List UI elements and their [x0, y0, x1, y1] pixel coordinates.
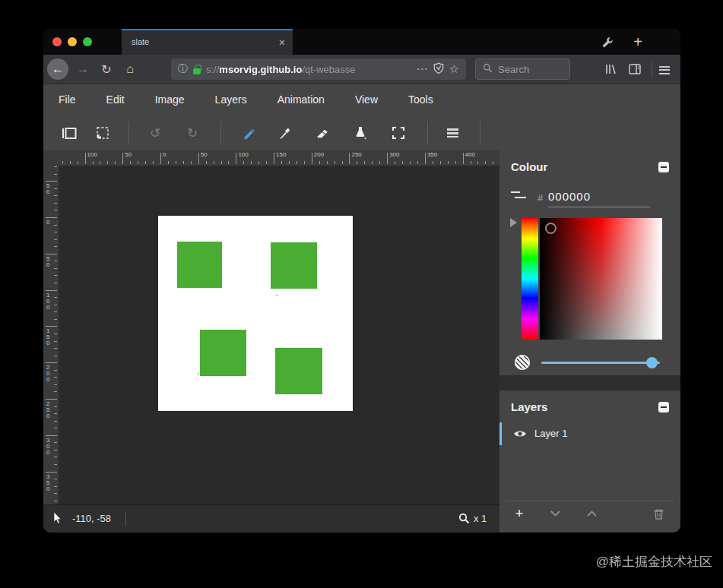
toolbar-menu-button[interactable] — [442, 122, 464, 144]
minimize-traffic-light[interactable] — [68, 37, 77, 46]
ruler-tick — [221, 161, 222, 164]
toolbar-separator — [480, 122, 480, 144]
selection-tool-button[interactable] — [92, 122, 113, 144]
ruler-vertical: 5 005 01 0 01 5 02 0 02 5 03 0 03 5 0 — [43, 166, 59, 504]
eraser-tool-button[interactable] — [310, 122, 331, 144]
opacity-slider-handle[interactable] — [646, 357, 658, 368]
ruler-tick — [183, 161, 184, 164]
ruler-tick — [54, 377, 57, 378]
new-tab-button[interactable]: + — [630, 34, 645, 49]
drawn-square — [200, 330, 246, 376]
sidebar-icon[interactable] — [627, 62, 642, 76]
menu-item-animation[interactable]: Animation — [262, 84, 340, 115]
library-icon[interactable] — [603, 62, 618, 76]
saturation-overlay — [540, 218, 662, 340]
ruler-label: 250 — [351, 151, 361, 158]
colour-selector-ring[interactable] — [545, 223, 557, 234]
move-layer-up-button[interactable] — [582, 504, 601, 523]
ruler-tick — [54, 370, 57, 371]
opacity-slider[interactable] — [541, 362, 660, 364]
lightness-lines-icon[interactable] — [511, 191, 526, 198]
tab-title: slate — [132, 37, 149, 46]
tab-slate[interactable]: slate × — [122, 29, 293, 55]
menu-item-edit[interactable]: Edit — [91, 84, 140, 115]
hex-input[interactable]: 000000 — [548, 190, 591, 203]
ruler-tick — [138, 161, 138, 164]
ruler-label: 3 0 0 — [46, 438, 49, 456]
search-icon — [483, 62, 493, 76]
navigation-toolbar: ← → ↻ ⌂ ⓘ s://msorvig.github.io/qt-webas… — [43, 55, 680, 84]
ruler-tick — [54, 311, 57, 312]
layer-visibility-icon[interactable] — [513, 428, 527, 442]
ruler-tick — [145, 161, 146, 164]
info-icon[interactable]: ⓘ — [178, 62, 188, 76]
ruler-tick — [93, 161, 94, 164]
ruler-tick — [54, 297, 57, 298]
collapse-layers-icon[interactable] — [658, 402, 669, 413]
ruler-label: 200 — [314, 151, 324, 158]
move-layer-down-button[interactable] — [546, 504, 564, 523]
ruler-tick — [46, 290, 57, 291]
collapse-colour-icon[interactable] — [658, 162, 669, 172]
close-traffic-light[interactable] — [52, 37, 62, 46]
ruler-tick — [191, 161, 192, 164]
back-button[interactable]: ← — [47, 58, 68, 80]
hue-slider[interactable] — [522, 218, 538, 340]
eyedropper-tool-button[interactable] — [274, 122, 296, 144]
ruler-tick — [440, 161, 441, 164]
url-text: s://msorvig.github.io/qt-webasse — [206, 64, 411, 75]
statusbar-separator — [125, 512, 126, 526]
ruler-horizontal: 10050050100150200250300350400 — [59, 150, 499, 166]
ruler-tick — [54, 457, 57, 457]
menu-item-view[interactable]: View — [340, 84, 393, 115]
menu-item-tools[interactable]: Tools — [393, 84, 449, 115]
ruler-tick — [387, 153, 388, 164]
ruler-tick — [54, 268, 57, 269]
pencil-tool-button[interactable] — [238, 122, 259, 144]
menu-item-file[interactable]: File — [43, 84, 91, 115]
ruler-label: 400 — [465, 151, 475, 158]
ruler-tick — [46, 472, 57, 473]
delete-layer-button[interactable] — [649, 504, 668, 523]
ruler-tick — [54, 232, 57, 232]
menu-item-layers[interactable]: Layers — [200, 84, 262, 115]
ruler-tick — [266, 161, 267, 164]
ruler-tick — [54, 413, 57, 414]
home-button[interactable]: ⌂ — [122, 62, 138, 76]
ruler-label: 5 0 — [46, 183, 49, 195]
forward-button[interactable]: → — [75, 62, 90, 76]
canvas-viewport[interactable] — [59, 166, 499, 504]
ruler-tick — [417, 161, 418, 164]
cursor-icon — [52, 511, 62, 528]
crop-tool-button[interactable] — [388, 122, 409, 144]
fill-tool-button[interactable] — [350, 122, 371, 144]
drawing-canvas[interactable] — [158, 216, 353, 411]
search-input[interactable]: Search — [475, 58, 570, 80]
toolbar-separator — [427, 122, 428, 144]
saturation-lightness-picker[interactable] — [540, 218, 662, 340]
ruler-tick — [395, 161, 395, 164]
layer-row[interactable]: Layer 1 — [499, 421, 680, 447]
undo-button[interactable]: ↺ — [144, 122, 166, 144]
more-icon[interactable]: ⋯ — [417, 65, 428, 73]
opacity-icon — [515, 355, 530, 370]
zoom-traffic-light[interactable] — [83, 37, 92, 46]
menu-icon[interactable] — [659, 62, 674, 76]
ruler-tick — [281, 161, 282, 164]
urlbar[interactable]: ⓘ s://msorvig.github.io/qt-webasse ⋯ ☆ — [171, 58, 466, 80]
wrench-icon[interactable] — [600, 34, 615, 49]
add-layer-button[interactable]: + — [510, 504, 528, 523]
bookmark-star-icon[interactable]: ☆ — [449, 62, 459, 76]
ruler-tick — [296, 161, 297, 164]
ruler-tick — [176, 161, 176, 164]
shield-icon[interactable] — [433, 62, 444, 77]
canvas-size-button[interactable] — [59, 122, 80, 144]
menu-item-image[interactable]: Image — [140, 84, 200, 115]
ruler-tick — [455, 161, 456, 164]
ruler-tick — [54, 246, 57, 247]
redo-button[interactable]: ↻ — [182, 122, 203, 144]
reload-button[interactable]: ↻ — [99, 62, 114, 76]
tab-close-icon[interactable]: × — [279, 36, 285, 49]
toolbar-separator — [128, 122, 129, 144]
ruler-tick — [251, 161, 252, 164]
